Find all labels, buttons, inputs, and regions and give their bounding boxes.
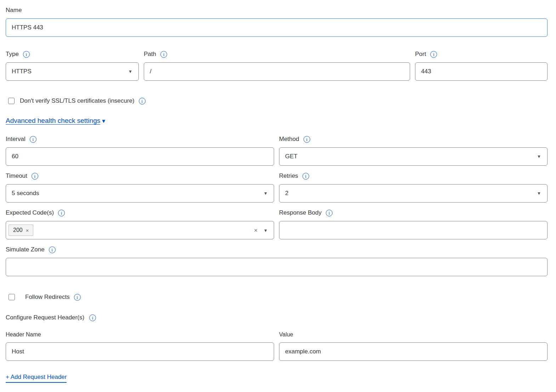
tag-remove-icon[interactable]: ×	[26, 228, 29, 233]
method-select[interactable]: GET ▼	[279, 147, 548, 166]
type-path-port-row: Type i HTTPS ▼ Path i Port i	[6, 50, 548, 81]
expected-codes-info-icon[interactable]: i	[58, 210, 65, 216]
ssl-verify-checkbox[interactable]	[8, 98, 15, 104]
chevron-down-icon: ▼	[537, 154, 541, 159]
path-label: Path	[144, 50, 156, 58]
simulate-zone-label: Simulate Zone	[6, 246, 45, 254]
name-input[interactable]	[6, 18, 548, 37]
path-info-icon[interactable]: i	[160, 51, 167, 58]
header-value-label: Value	[279, 331, 293, 339]
follow-redirects-row: Follow Redirects i	[8, 293, 548, 301]
timeout-field: Timeout i 5 seconds ▼	[6, 172, 274, 203]
timeout-label: Timeout	[6, 172, 27, 180]
header-row: Header Name Value	[6, 331, 548, 361]
port-input[interactable]	[415, 62, 548, 81]
add-header-row: + Add Request Header	[6, 374, 548, 383]
method-label: Method	[279, 135, 299, 143]
name-label-row: Name	[6, 6, 548, 14]
port-label: Port	[415, 50, 426, 58]
port-field: Port i	[415, 50, 548, 81]
chevron-down-icon: ▼	[263, 191, 268, 195]
interval-info-icon[interactable]: i	[30, 136, 36, 143]
response-body-field: Response Body i	[279, 209, 548, 239]
code-tag-value: 200	[13, 227, 23, 233]
method-info-icon[interactable]: i	[303, 136, 310, 143]
request-headers-info-icon[interactable]: i	[89, 314, 96, 321]
code-tag: 200 ×	[8, 225, 33, 236]
header-name-input[interactable]	[6, 342, 274, 361]
chevron-down-icon: ▼	[128, 69, 132, 74]
method-field: Method i GET ▼	[279, 135, 548, 166]
type-info-icon[interactable]: i	[23, 51, 30, 58]
header-name-label: Header Name	[6, 331, 41, 339]
expected-codes-field: Expected Code(s) i 200 × × ▼	[6, 209, 274, 239]
response-body-info-icon[interactable]: i	[326, 210, 333, 216]
follow-redirects-info-icon[interactable]: i	[74, 294, 81, 301]
type-label: Type	[6, 50, 19, 58]
interval-label: Interval	[6, 135, 25, 143]
retries-field: Retries i 2 ▼	[279, 172, 548, 203]
type-select[interactable]: HTTPS ▼	[6, 62, 139, 81]
expected-codes-multiselect[interactable]: 200 × × ▼	[6, 221, 274, 239]
expected-codes-label: Expected Code(s)	[6, 209, 54, 217]
name-label: Name	[6, 6, 22, 14]
port-info-icon[interactable]: i	[430, 51, 437, 58]
timeout-select-value: 5 seconds	[12, 190, 39, 197]
header-name-field: Header Name	[6, 331, 274, 361]
health-check-form: Name Type i HTTPS ▼ Path i Port i	[0, 0, 556, 392]
type-select-value: HTTPS	[12, 68, 32, 75]
timeout-info-icon[interactable]: i	[32, 173, 38, 180]
simulate-zone-info-icon[interactable]: i	[49, 246, 56, 253]
advanced-settings-link[interactable]: Advanced health check settings	[6, 117, 100, 124]
follow-redirects-label: Follow Redirects	[25, 293, 70, 301]
method-select-value: GET	[285, 153, 297, 160]
chevron-down-icon: ▼	[537, 191, 541, 195]
request-headers-title-row: Configure Request Header(s) i	[6, 314, 548, 322]
retries-select[interactable]: 2 ▼	[279, 184, 548, 203]
ssl-verify-label: Don't verify SSL/TLS certificates (insec…	[20, 97, 135, 105]
retries-label: Retries	[279, 172, 298, 180]
header-value-input[interactable]	[279, 342, 548, 361]
chevron-down-icon: ▼	[101, 118, 106, 124]
type-field: Type i HTTPS ▼	[6, 50, 139, 81]
timeout-retries-row: Timeout i 5 seconds ▼ Retries i 2 ▼	[6, 172, 548, 203]
ssl-verify-checkbox-row: Don't verify SSL/TLS certificates (insec…	[8, 97, 548, 105]
retries-select-value: 2	[285, 190, 288, 197]
interval-method-row: Interval i Method i GET ▼	[6, 135, 548, 166]
interval-field: Interval i	[6, 135, 274, 166]
path-input[interactable]	[144, 62, 410, 81]
clear-all-icon[interactable]: ×	[254, 227, 257, 233]
header-value-field: Value	[279, 331, 548, 361]
retries-info-icon[interactable]: i	[302, 173, 309, 180]
chevron-down-icon: ▼	[263, 228, 268, 232]
advanced-settings-row: Advanced health check settings▼	[6, 117, 548, 125]
simulate-zone-field: Simulate Zone i	[6, 246, 548, 276]
response-body-label: Response Body	[279, 209, 322, 217]
ssl-verify-info-icon[interactable]: i	[139, 98, 146, 104]
interval-input[interactable]	[6, 147, 274, 166]
simulate-zone-input[interactable]	[6, 258, 548, 276]
request-headers-title: Configure Request Header(s)	[6, 314, 84, 322]
response-body-input[interactable]	[279, 221, 548, 239]
path-field: Path i	[144, 50, 410, 81]
add-request-header-link[interactable]: + Add Request Header	[6, 374, 67, 383]
timeout-select[interactable]: 5 seconds ▼	[6, 184, 274, 203]
follow-redirects-checkbox[interactable]	[8, 294, 15, 300]
codes-body-row: Expected Code(s) i 200 × × ▼ Response Bo…	[6, 209, 548, 239]
